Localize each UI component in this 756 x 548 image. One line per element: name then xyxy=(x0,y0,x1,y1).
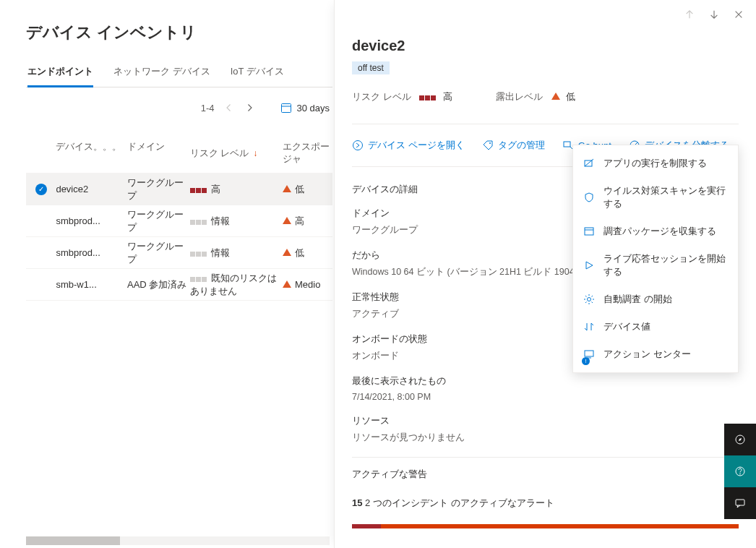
warning-icon xyxy=(283,249,291,256)
rail-help-button[interactable] xyxy=(724,455,756,487)
swap-icon xyxy=(583,321,595,333)
grid-header: デバイス。。。 ドメイン リスク レベル↓ エクスポージャ xyxy=(26,134,332,174)
feedback-icon xyxy=(734,497,746,509)
alerts-count-text: 2 つのインシデント のアクティブなアラート xyxy=(362,497,554,508)
side-rail xyxy=(724,424,756,519)
col-name[interactable]: デバイス。。。 xyxy=(56,141,127,166)
cell-device-name: smbprod... xyxy=(56,215,127,226)
table-row[interactable]: smbprod...ワークグループ情報高 xyxy=(26,205,332,237)
warning-icon xyxy=(551,93,560,100)
gear-icon xyxy=(583,294,595,305)
warning-icon xyxy=(283,217,291,224)
menu-item-label: デバイス値 xyxy=(603,320,650,333)
cell-risk: 情報 xyxy=(190,215,283,228)
page-title: デバイス インベントリ xyxy=(26,22,332,43)
help-icon xyxy=(734,466,746,477)
risk-squares-icon xyxy=(419,95,436,100)
table-row[interactable]: ✓device2ワークグループ高低 xyxy=(26,174,332,205)
checked-icon: ✓ xyxy=(35,184,47,195)
risk-squares-icon xyxy=(190,188,207,193)
rail-compass-button[interactable] xyxy=(724,424,756,455)
pager-next-icon[interactable] xyxy=(244,103,254,113)
date-filter-label: 30 days xyxy=(296,103,330,114)
menu-item-gear[interactable]: 自動調査 の開始 xyxy=(573,286,738,313)
horizontal-scrollbar[interactable] xyxy=(26,536,330,545)
svg-rect-15 xyxy=(585,351,593,356)
cell-domain: ワークグループ xyxy=(127,240,190,266)
tabs: エンドポイント ネットワーク デバイス IoT デバイス xyxy=(26,65,332,87)
resource-key: リソース xyxy=(352,415,739,427)
device-tag[interactable]: off test xyxy=(352,61,390,74)
cell-exposure: Medio xyxy=(283,279,332,290)
cell-risk: 情報 xyxy=(190,247,283,260)
risk-squares-icon xyxy=(190,277,207,282)
menu-item-label: 調査パッケージを収集する xyxy=(603,225,716,238)
manage-tags-button[interactable]: タグの管理 xyxy=(482,139,545,152)
tab-iot-devices[interactable]: IoT デバイス xyxy=(231,65,284,87)
actions-dropdown: アプリの実行を制限するウイルス対策スキャンを実行する調査パッケージを収集するライ… xyxy=(572,145,739,373)
cell-device-name: smb-w1... xyxy=(56,279,127,290)
svg-rect-0 xyxy=(282,104,291,113)
svg-rect-20 xyxy=(736,500,744,505)
menu-item-swap[interactable]: デバイス値 xyxy=(573,313,738,341)
col-risk[interactable]: リスク レベル↓ xyxy=(190,141,283,166)
svg-point-19 xyxy=(739,474,741,475)
package-icon xyxy=(583,226,595,237)
col-domain[interactable]: ドメイン xyxy=(127,141,190,166)
menu-item-label: 自動調査 の開始 xyxy=(603,293,672,306)
cell-risk: 高 xyxy=(190,183,283,196)
svg-point-14 xyxy=(588,298,591,301)
active-alerts-heading: アクティブな警告 xyxy=(352,468,427,481)
menu-item-label: アクション センター xyxy=(603,348,691,361)
pager-prev-icon[interactable] xyxy=(224,103,234,113)
restrict-icon xyxy=(583,158,595,169)
arrow-circle-icon xyxy=(352,140,364,151)
menu-item-label: ウイルス対策スキャンを実行する xyxy=(603,184,728,210)
date-filter[interactable]: 30 days xyxy=(280,102,330,114)
svg-point-3 xyxy=(489,142,491,144)
risk-squares-icon xyxy=(190,252,207,257)
alerts-count: 15 2 つのインシデント のアクティブなアラート xyxy=(352,497,739,510)
pager-range: 1-4 xyxy=(201,103,215,114)
cell-domain: ワークグループ xyxy=(127,176,190,202)
play-icon xyxy=(583,260,595,271)
menu-item-restrict[interactable]: アプリの実行を制限する xyxy=(573,150,738,177)
table-row[interactable]: smb-w1...AAD 参加済み既知のリスクはありませんMedio xyxy=(26,269,332,301)
col-exposure[interactable]: エクスポージャ xyxy=(283,141,332,166)
list-toolbar: 1-4 30 days xyxy=(26,102,332,114)
manage-tags-label: タグの管理 xyxy=(498,139,545,152)
warning-icon xyxy=(283,185,291,192)
exposure-level-label: 露出レベル xyxy=(496,91,543,102)
rail-feedback-button[interactable] xyxy=(724,487,756,519)
menu-item-shield[interactable]: ウイルス対策スキャンを実行する xyxy=(573,177,738,218)
compass-icon xyxy=(734,434,746,445)
menu-item-package[interactable]: 調査パッケージを収集する xyxy=(573,218,738,245)
menu-item-screen[interactable]: アクション センター! xyxy=(573,341,738,368)
cell-device-name: smbprod... xyxy=(56,247,127,258)
cell-risk: 既知のリスクはありません xyxy=(190,272,283,298)
table-row[interactable]: smbprod...ワークグループ情報低 xyxy=(26,237,332,269)
cell-device-name: device2 xyxy=(56,184,127,194)
sort-desc-icon: ↓ xyxy=(253,148,257,158)
menu-item-play[interactable]: ライブ応答セッションを開始する xyxy=(573,245,738,286)
tag-icon xyxy=(482,140,494,151)
svg-rect-12 xyxy=(585,228,593,235)
last-seen-key: 最後に表示されたもの xyxy=(352,375,739,388)
resource-value: リソースが見つかりません xyxy=(352,432,739,444)
info-badge-icon: ! xyxy=(582,357,590,365)
cell-exposure: 低 xyxy=(283,247,332,260)
tab-endpoints[interactable]: エンドポイント xyxy=(27,65,93,87)
shield-icon xyxy=(583,192,595,203)
flyout-close-icon[interactable] xyxy=(733,9,744,20)
flyout-down-icon[interactable] xyxy=(708,9,720,20)
device-title: device2 xyxy=(352,38,739,54)
last-seen-value: 7/14/2021, 8:00 PM xyxy=(352,392,739,402)
risk-squares-icon xyxy=(190,220,207,225)
open-device-page-label: デバイス ページを開く xyxy=(368,139,465,152)
tab-network-devices[interactable]: ネットワーク デバイス xyxy=(113,65,210,87)
calendar-icon xyxy=(280,102,292,114)
cell-domain: ワークグループ xyxy=(127,208,190,234)
warning-icon xyxy=(283,281,291,288)
open-device-page-button[interactable]: デバイス ページを開く xyxy=(352,139,465,152)
cell-exposure: 低 xyxy=(283,183,332,196)
